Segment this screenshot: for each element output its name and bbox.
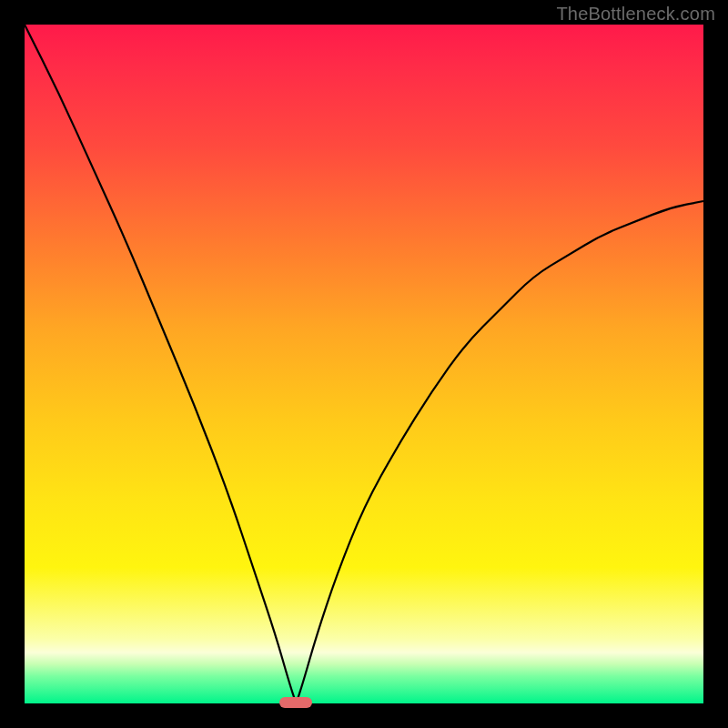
watermark-text: TheBottleneck.com [556, 4, 715, 25]
optimal-marker [279, 697, 312, 708]
curve-path [25, 25, 703, 703]
bottleneck-curve [25, 25, 703, 703]
plot-area [25, 25, 703, 703]
